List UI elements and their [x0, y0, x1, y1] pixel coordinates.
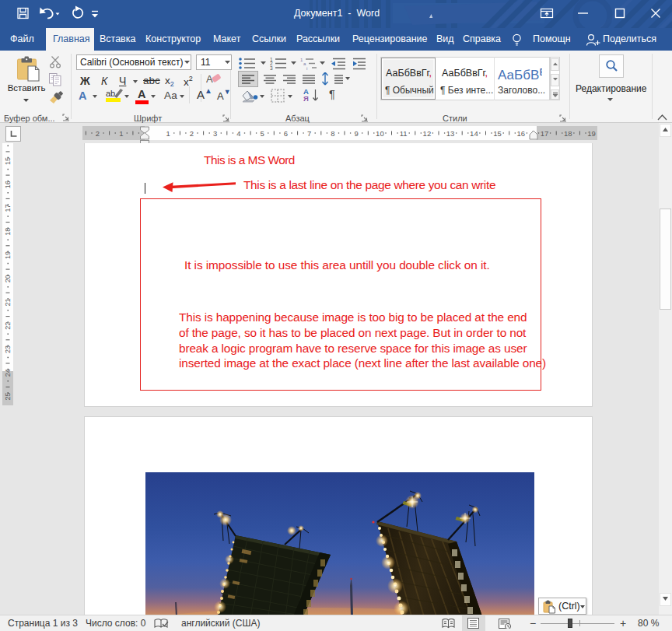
svg-text:6: 6 — [284, 129, 288, 138]
svg-text:1: 1 — [166, 129, 170, 138]
svg-text:5: 5 — [261, 129, 264, 138]
svg-text:11: 11 — [400, 129, 408, 138]
svg-text:22: 22 — [4, 322, 12, 330]
svg-text:21: 21 — [4, 298, 12, 306]
svg-text:15: 15 — [493, 129, 502, 138]
svg-text:3: 3 — [213, 129, 217, 138]
svg-text:12: 12 — [423, 129, 432, 138]
svg-text:24: 24 — [4, 369, 12, 377]
svg-text:19: 19 — [4, 251, 12, 259]
svg-text:23: 23 — [4, 345, 12, 353]
svg-text:7: 7 — [307, 129, 311, 138]
svg-text:18: 18 — [564, 129, 572, 138]
svg-text:2: 2 — [96, 129, 100, 138]
svg-text:19: 19 — [587, 129, 596, 138]
svg-text:15: 15 — [4, 157, 12, 165]
svg-text:13: 13 — [446, 129, 455, 138]
svg-text:1: 1 — [119, 129, 123, 138]
svg-text:i: i — [306, 66, 307, 71]
svg-text:2: 2 — [190, 129, 194, 138]
svg-text:16: 16 — [517, 129, 526, 138]
svg-text:4: 4 — [236, 129, 240, 138]
svg-text:17: 17 — [541, 129, 549, 138]
svg-text:25: 25 — [4, 392, 12, 400]
svg-text:17: 17 — [4, 204, 12, 212]
svg-text:9: 9 — [355, 129, 359, 138]
svg-text:8: 8 — [331, 129, 334, 138]
svg-text:10: 10 — [376, 129, 384, 138]
svg-text:14: 14 — [470, 129, 478, 138]
svg-text:16: 16 — [4, 181, 12, 188]
svg-text:ab: ab — [106, 89, 115, 98]
svg-text:18: 18 — [4, 228, 12, 236]
svg-text:20: 20 — [4, 275, 12, 282]
svg-text:3: 3 — [270, 65, 273, 71]
